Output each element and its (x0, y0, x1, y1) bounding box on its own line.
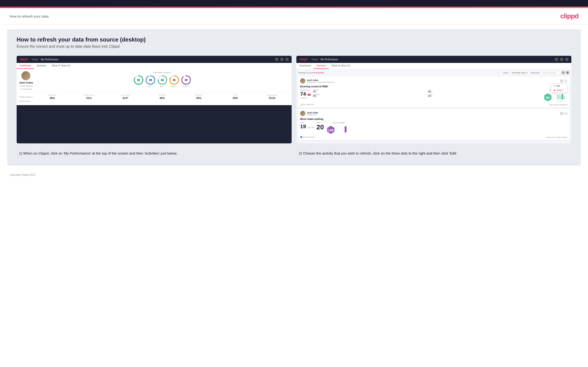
holes-info: 18 Holes (300, 97, 311, 99)
putt-label: PUTT ✎ (183, 86, 189, 88)
svg-text:109: 109 (336, 126, 338, 127)
card2-info: 🔵 Test Information (300, 136, 315, 138)
search-icon (275, 58, 278, 61)
round-score-value: 74 +2 (300, 91, 311, 97)
mini-chart2: 109 60 10 PUTT (336, 125, 351, 134)
top-bar (0, 0, 588, 7)
svg-rect-18 (567, 72, 568, 73)
instruction-2: 2) Choose the activity that you wish to … (296, 150, 571, 156)
viewing-text: Viewing 24 out of 35 Activities (298, 72, 324, 74)
updown-value: 36% (159, 97, 165, 100)
screenshot-left: clippd Home My Performance Dashboard Act… (17, 56, 292, 143)
edit-option[interactable]: ✎ Edit (551, 84, 567, 88)
left-body: Josh Coles United Kingdom 1.5 Handicap T… (17, 69, 292, 105)
card2-footer: 🔵 Test Information Data Source: Clippd C… (300, 136, 568, 138)
tab-what-to-work[interactable]: What To Work On (49, 63, 73, 69)
right-body: Viewing 24 out of 35 Activities Show: Al… (296, 69, 571, 143)
svg-rect-31 (563, 96, 565, 100)
header: How to refresh your data clippd (0, 8, 588, 25)
svg-rect-17 (562, 73, 564, 74)
player-name: Josh Coles (19, 81, 33, 84)
card2-avatar (300, 111, 305, 116)
oneputt-value: 50% (428, 95, 541, 97)
grid-view-button[interactable] (566, 71, 570, 75)
right-nav-logo: clippd (299, 58, 308, 61)
left-tabs: Dashboard Activities What To Work On (17, 63, 292, 69)
svg-rect-19 (568, 72, 569, 73)
right-tab-dashboard[interactable]: Dashboard (296, 63, 314, 69)
fairways-value: 56% (50, 97, 55, 100)
oneputt-block: 1 Putt 50% (428, 93, 541, 97)
score-value2: 19 OUT OF (300, 124, 314, 130)
settings-icon (285, 58, 289, 61)
card2-header: Josh Coles 20 May 2022 💬 ⋯ (300, 111, 568, 116)
card1-tee: ⛳ Tee: White (M) (300, 104, 313, 106)
tab-dashboard[interactable]: Dashboard (17, 63, 34, 69)
score-block2: Score 19 OUT OF (300, 122, 314, 130)
svg-text:PUTT: PUTT (344, 133, 346, 134)
player-avatar (21, 71, 30, 80)
trad-sublabel: Last 20 rounds (19, 100, 30, 102)
card1-header: Josh Coles 21 May 2022 · Royal North Dev… (300, 78, 568, 83)
more-options-icon[interactable]: ⋯ (564, 79, 568, 83)
updown-label: Up/Down (313, 93, 426, 95)
quality-section: Total Player Quality ⓘ 92 (35, 71, 289, 88)
stat-fairways: Fairways Hit 56% (35, 94, 70, 103)
svg-text:85: 85 (173, 79, 176, 81)
card2-date: 20 May 2022 (307, 114, 559, 116)
svg-text:PUTT: PUTT (562, 101, 564, 102)
score-label2: Score (300, 122, 314, 124)
chevron-down-icon: ▾ (527, 72, 528, 74)
tab-activities[interactable]: Activities (34, 63, 49, 69)
updown-label: Up & Down (145, 94, 180, 96)
app-label: APP ✎ (160, 86, 165, 88)
ott-circle: 98 OTT ✎ (145, 75, 156, 88)
shots-value2: 20 (317, 124, 324, 131)
delete-option[interactable]: 🗑 Delete (551, 88, 567, 92)
card2-stats: Score 19 OUT OF Shots 20 (300, 122, 568, 135)
right-tab-activities[interactable]: Activities (314, 63, 329, 69)
shots-label2: Shots (317, 122, 324, 124)
svg-rect-21 (568, 73, 569, 74)
card2-title: Must make putting (300, 117, 568, 120)
svg-rect-30 (562, 94, 563, 100)
svg-rect-27 (557, 95, 558, 100)
card2-icons: 💬 ⋯ (560, 112, 568, 115)
view-toggle (561, 71, 570, 75)
card1-title: Evening round at RND (300, 85, 568, 88)
right-search-icon (555, 58, 558, 61)
svg-rect-20 (567, 73, 568, 74)
right-nav-icons (555, 58, 569, 61)
card2-more-icon[interactable]: ⋯ (564, 112, 568, 115)
svg-rect-15 (562, 72, 564, 72)
right-nav-links: Home My Performance (311, 58, 338, 61)
keyword-input[interactable]: Search keyword (541, 71, 560, 75)
left-nav-icons (275, 58, 289, 61)
card1-date: 21 May 2022 · Royal North Devon GC (307, 81, 559, 83)
proximity-value: 41'6" (122, 97, 129, 100)
sq-hexagon1: 93 (543, 93, 552, 103)
ott-label: OTT ✎ (148, 86, 153, 88)
left-nav: clippd Home My Performance (17, 56, 292, 63)
updown-value: 45% (313, 95, 426, 97)
filter-bar: Viewing 24 out of 35 Activities Show: Al… (298, 71, 570, 75)
svg-rect-29 (560, 95, 561, 100)
logo: clippd (561, 12, 579, 20)
activity-type-dropdown[interactable]: All Activity Types ▾ (510, 71, 529, 75)
stat-gir: Greens In Reg 51% (71, 94, 106, 103)
header-title: How to refresh your data (9, 14, 49, 18)
arg-label: ARG ✎ (171, 86, 177, 88)
right-nav-home: Home (311, 58, 318, 61)
svg-text:108: 108 (553, 93, 555, 94)
round-score-block: Round Score 74 +2 18 Holes (300, 89, 311, 99)
fw-hit-value: 79% (313, 91, 426, 92)
card2-user-name: Josh Coles (307, 112, 559, 114)
list-view-button[interactable] (561, 71, 565, 75)
card1-icons: 💬 ⋯ (560, 79, 568, 83)
svg-text:98: 98 (149, 79, 152, 81)
svg-rect-41 (345, 126, 346, 133)
right-tab-whats[interactable]: What To Work On (329, 63, 353, 69)
stat-updown: Up & Down 36% (145, 94, 180, 103)
gir-value: 51% (86, 97, 92, 100)
svg-text:71: 71 (553, 96, 554, 97)
